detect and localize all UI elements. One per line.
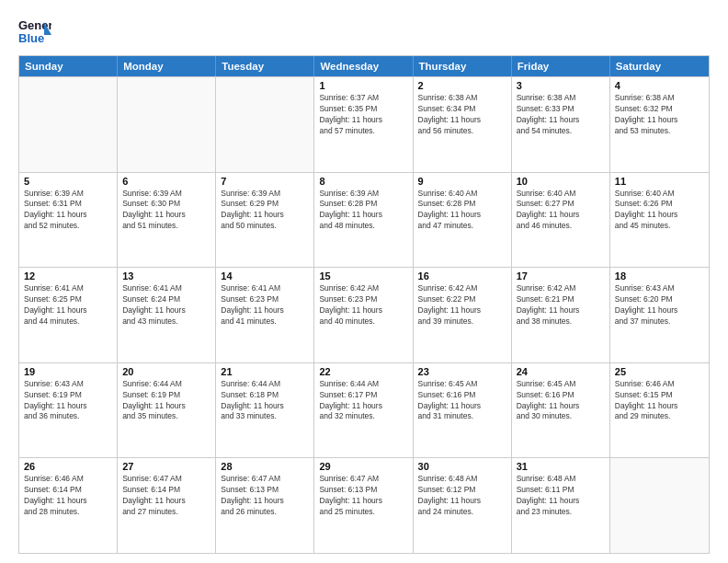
day-cell-14: 14Sunrise: 6:41 AM Sunset: 6:23 PM Dayli… <box>216 268 314 362</box>
day-info: Sunrise: 6:41 AM Sunset: 6:24 PM Dayligh… <box>122 283 210 327</box>
day-number: 20 <box>122 366 210 377</box>
day-number: 23 <box>418 366 506 377</box>
day-info: Sunrise: 6:48 AM Sunset: 6:12 PM Dayligh… <box>418 474 506 518</box>
day-cell-28: 28Sunrise: 6:47 AM Sunset: 6:13 PM Dayli… <box>216 458 314 553</box>
weekday-header-saturday: Saturday <box>610 56 709 76</box>
day-number: 26 <box>24 461 112 472</box>
day-cell-1: 1Sunrise: 6:37 AM Sunset: 6:35 PM Daylig… <box>314 77 413 172</box>
day-number: 1 <box>319 80 407 91</box>
weekday-header-thursday: Thursday <box>414 56 512 76</box>
weekday-header-tuesday: Tuesday <box>216 56 314 76</box>
day-number: 19 <box>24 366 112 377</box>
empty-cell-r0c0 <box>19 77 118 172</box>
day-info: Sunrise: 6:41 AM Sunset: 6:25 PM Dayligh… <box>24 283 112 327</box>
calendar-row-2: 5Sunrise: 6:39 AM Sunset: 6:31 PM Daylig… <box>19 172 709 268</box>
day-cell-17: 17Sunrise: 6:42 AM Sunset: 6:21 PM Dayli… <box>512 268 610 362</box>
day-cell-27: 27Sunrise: 6:47 AM Sunset: 6:14 PM Dayli… <box>118 458 216 553</box>
day-info: Sunrise: 6:40 AM Sunset: 6:27 PM Dayligh… <box>517 189 605 233</box>
day-info: Sunrise: 6:42 AM Sunset: 6:21 PM Dayligh… <box>517 283 605 327</box>
day-info: Sunrise: 6:46 AM Sunset: 6:14 PM Dayligh… <box>24 474 112 518</box>
day-number: 4 <box>615 80 704 91</box>
day-cell-8: 8Sunrise: 6:39 AM Sunset: 6:28 PM Daylig… <box>314 173 413 268</box>
day-cell-23: 23Sunrise: 6:45 AM Sunset: 6:16 PM Dayli… <box>414 363 512 458</box>
day-info: Sunrise: 6:37 AM Sunset: 6:35 PM Dayligh… <box>319 93 407 137</box>
day-info: Sunrise: 6:38 AM Sunset: 6:33 PM Dayligh… <box>517 93 605 137</box>
day-cell-9: 9Sunrise: 6:40 AM Sunset: 6:28 PM Daylig… <box>414 173 512 268</box>
day-info: Sunrise: 6:45 AM Sunset: 6:16 PM Dayligh… <box>517 379 605 423</box>
day-info: Sunrise: 6:41 AM Sunset: 6:23 PM Dayligh… <box>221 283 309 327</box>
day-info: Sunrise: 6:39 AM Sunset: 6:30 PM Dayligh… <box>122 189 210 233</box>
day-cell-5: 5Sunrise: 6:39 AM Sunset: 6:31 PM Daylig… <box>19 173 118 268</box>
day-number: 21 <box>221 366 309 377</box>
calendar-row-4: 19Sunrise: 6:43 AM Sunset: 6:19 PM Dayli… <box>19 362 709 458</box>
day-cell-30: 30Sunrise: 6:48 AM Sunset: 6:12 PM Dayli… <box>414 458 512 553</box>
day-cell-13: 13Sunrise: 6:41 AM Sunset: 6:24 PM Dayli… <box>118 268 216 362</box>
day-number: 24 <box>517 366 605 377</box>
day-info: Sunrise: 6:39 AM Sunset: 6:28 PM Dayligh… <box>319 189 407 233</box>
day-cell-16: 16Sunrise: 6:42 AM Sunset: 6:22 PM Dayli… <box>414 268 512 362</box>
empty-cell-r4c6 <box>610 458 709 553</box>
day-number: 18 <box>615 270 704 282</box>
day-info: Sunrise: 6:38 AM Sunset: 6:34 PM Dayligh… <box>418 93 506 137</box>
day-cell-7: 7Sunrise: 6:39 AM Sunset: 6:29 PM Daylig… <box>216 173 314 268</box>
day-cell-10: 10Sunrise: 6:40 AM Sunset: 6:27 PM Dayli… <box>512 173 610 268</box>
day-info: Sunrise: 6:45 AM Sunset: 6:16 PM Dayligh… <box>418 379 506 423</box>
day-cell-15: 15Sunrise: 6:42 AM Sunset: 6:23 PM Dayli… <box>314 268 413 362</box>
day-cell-2: 2Sunrise: 6:38 AM Sunset: 6:34 PM Daylig… <box>414 77 512 172</box>
empty-cell-r0c1 <box>118 77 216 172</box>
day-number: 3 <box>517 80 605 91</box>
calendar-row-5: 26Sunrise: 6:46 AM Sunset: 6:14 PM Dayli… <box>19 457 709 553</box>
day-number: 11 <box>615 176 704 187</box>
svg-text:Blue: Blue <box>18 31 44 45</box>
day-number: 27 <box>122 461 210 472</box>
day-info: Sunrise: 6:40 AM Sunset: 6:26 PM Dayligh… <box>615 189 704 233</box>
day-cell-18: 18Sunrise: 6:43 AM Sunset: 6:20 PM Dayli… <box>610 268 709 362</box>
day-cell-12: 12Sunrise: 6:41 AM Sunset: 6:25 PM Dayli… <box>19 268 118 362</box>
calendar-row-1: 1Sunrise: 6:37 AM Sunset: 6:35 PM Daylig… <box>19 76 709 172</box>
day-info: Sunrise: 6:44 AM Sunset: 6:18 PM Dayligh… <box>221 379 309 423</box>
weekday-header-wednesday: Wednesday <box>314 56 413 76</box>
day-number: 15 <box>319 270 407 282</box>
day-number: 2 <box>418 80 506 91</box>
calendar-header: SundayMondayTuesdayWednesdayThursdayFrid… <box>19 56 709 76</box>
day-number: 30 <box>418 461 506 472</box>
day-info: Sunrise: 6:44 AM Sunset: 6:19 PM Dayligh… <box>122 379 210 423</box>
day-number: 9 <box>418 176 506 187</box>
day-number: 10 <box>517 176 605 187</box>
day-info: Sunrise: 6:43 AM Sunset: 6:20 PM Dayligh… <box>615 283 704 327</box>
day-info: Sunrise: 6:40 AM Sunset: 6:28 PM Dayligh… <box>418 189 506 233</box>
day-info: Sunrise: 6:47 AM Sunset: 6:13 PM Dayligh… <box>319 474 407 518</box>
day-number: 6 <box>122 176 210 187</box>
day-info: Sunrise: 6:48 AM Sunset: 6:11 PM Dayligh… <box>517 474 605 518</box>
calendar-body: 1Sunrise: 6:37 AM Sunset: 6:35 PM Daylig… <box>19 76 709 553</box>
day-cell-25: 25Sunrise: 6:46 AM Sunset: 6:15 PM Dayli… <box>610 363 709 458</box>
day-number: 25 <box>615 366 704 377</box>
day-number: 14 <box>221 270 309 282</box>
day-number: 31 <box>517 461 605 472</box>
day-info: Sunrise: 6:47 AM Sunset: 6:13 PM Dayligh… <box>221 474 309 518</box>
day-number: 7 <box>221 176 309 187</box>
logo: General Blue <box>18 15 51 48</box>
day-cell-24: 24Sunrise: 6:45 AM Sunset: 6:16 PM Dayli… <box>512 363 610 458</box>
day-cell-20: 20Sunrise: 6:44 AM Sunset: 6:19 PM Dayli… <box>118 363 216 458</box>
calendar: SundayMondayTuesdayWednesdayThursdayFrid… <box>18 55 710 554</box>
calendar-row-3: 12Sunrise: 6:41 AM Sunset: 6:25 PM Dayli… <box>19 267 709 362</box>
day-info: Sunrise: 6:44 AM Sunset: 6:17 PM Dayligh… <box>319 379 407 423</box>
day-cell-21: 21Sunrise: 6:44 AM Sunset: 6:18 PM Dayli… <box>216 363 314 458</box>
weekday-header-monday: Monday <box>118 56 216 76</box>
logo-icon: General Blue <box>18 15 51 48</box>
weekday-header-sunday: Sunday <box>19 56 118 76</box>
day-info: Sunrise: 6:42 AM Sunset: 6:22 PM Dayligh… <box>418 283 506 327</box>
day-cell-22: 22Sunrise: 6:44 AM Sunset: 6:17 PM Dayli… <box>314 363 413 458</box>
day-cell-31: 31Sunrise: 6:48 AM Sunset: 6:11 PM Dayli… <box>512 458 610 553</box>
day-cell-19: 19Sunrise: 6:43 AM Sunset: 6:19 PM Dayli… <box>19 363 118 458</box>
day-number: 22 <box>319 366 407 377</box>
day-cell-26: 26Sunrise: 6:46 AM Sunset: 6:14 PM Dayli… <box>19 458 118 553</box>
day-cell-6: 6Sunrise: 6:39 AM Sunset: 6:30 PM Daylig… <box>118 173 216 268</box>
day-number: 13 <box>122 270 210 282</box>
day-number: 12 <box>24 270 112 282</box>
day-cell-4: 4Sunrise: 6:38 AM Sunset: 6:32 PM Daylig… <box>610 77 709 172</box>
day-info: Sunrise: 6:43 AM Sunset: 6:19 PM Dayligh… <box>24 379 112 423</box>
day-info: Sunrise: 6:42 AM Sunset: 6:23 PM Dayligh… <box>319 283 407 327</box>
day-cell-3: 3Sunrise: 6:38 AM Sunset: 6:33 PM Daylig… <box>512 77 610 172</box>
